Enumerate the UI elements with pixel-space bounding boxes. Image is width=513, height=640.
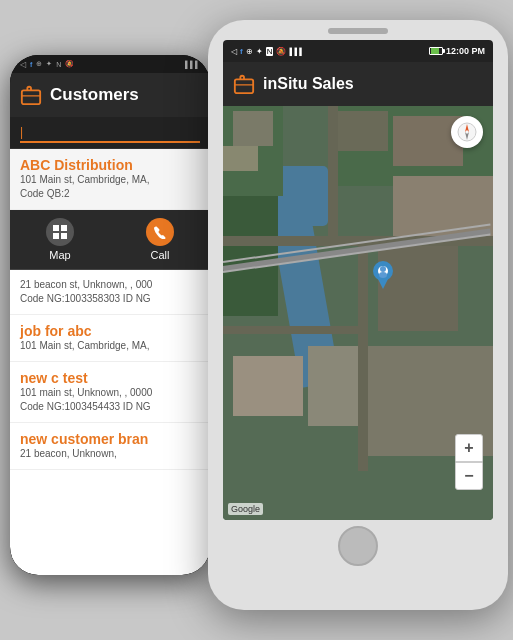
customer-address: 21 beacon, Unknown,: [20, 447, 200, 461]
svg-rect-2: [53, 225, 59, 231]
status-time: 12:00 PM: [446, 46, 485, 56]
right-app-header: inSitu Sales: [223, 62, 493, 106]
google-label: Google: [228, 503, 263, 515]
customer-address: 21 beacon st, Unknown, , 000 Code NG:100…: [20, 278, 200, 306]
right-statusbar: ◁ f ⊕ ✦ N 🔕 ▌▌▌ 12:00 PM: [223, 40, 493, 62]
right-app-title: inSitu Sales: [263, 75, 354, 93]
zoom-out-button[interactable]: −: [455, 462, 483, 490]
list-item[interactable]: 21 beacon st, Unknown, , 000 Code NG:100…: [10, 270, 210, 315]
action-bar: Map Call: [10, 210, 210, 270]
left-phone: ◁ f ⊕ ✦ N 🔕 ▌▌▌ Customers: [10, 55, 210, 575]
map-icon: [46, 218, 74, 246]
list-item[interactable]: new c test 101 main st, Unknown, , 0000 …: [10, 362, 210, 423]
right-phone: ◁ f ⊕ ✦ N 🔕 ▌▌▌ 12:00 PM: [208, 20, 508, 610]
compass-button[interactable]: [451, 116, 483, 148]
home-button[interactable]: [338, 526, 378, 566]
call-button[interactable]: Call: [110, 210, 210, 269]
status-icons-left: ◁ f ⊕ ✦ N 🔕 ▌▌▌: [231, 47, 304, 56]
map-location-pin: [373, 261, 393, 294]
svg-rect-6: [235, 79, 253, 93]
customer-name: ABC Distribution: [20, 157, 200, 173]
svg-rect-3: [61, 225, 67, 231]
battery-icon: [429, 47, 443, 55]
search-input[interactable]: [20, 123, 200, 143]
map-label: Map: [49, 249, 70, 261]
list-item[interactable]: new customer bran 21 beacon, Unknown,: [10, 423, 210, 470]
customer-address: 101 main st, Unknown, , 0000 Code NG:100…: [20, 386, 200, 414]
zoom-in-button[interactable]: +: [455, 434, 483, 462]
zoom-controls: + −: [455, 434, 483, 490]
status-right: 12:00 PM: [429, 46, 485, 56]
svg-point-11: [380, 266, 386, 272]
phone-bottom-area: [338, 520, 378, 566]
call-label: Call: [151, 249, 170, 261]
left-app-title: Customers: [50, 85, 139, 105]
left-statusbar: ◁ f ⊕ ✦ N 🔕 ▌▌▌: [10, 55, 210, 73]
customer-name: job for abc: [20, 323, 200, 339]
svg-rect-0: [22, 90, 40, 104]
svg-point-12: [379, 272, 387, 278]
briefcase-icon-right: [233, 74, 255, 94]
customer-list: ABC Distribution 101 Main st, Cambridge,…: [10, 149, 210, 575]
svg-marker-9: [377, 277, 389, 289]
customer-address: 101 Main st, Cambridge, MA,: [20, 339, 200, 353]
svg-rect-4: [53, 233, 59, 239]
speaker-top: [328, 28, 388, 34]
customer-name: new customer bran: [20, 431, 200, 447]
search-bar[interactable]: [10, 117, 210, 149]
svg-rect-5: [61, 233, 67, 239]
list-item[interactable]: job for abc 101 Main st, Cambridge, MA,: [10, 315, 210, 362]
briefcase-icon-left: [20, 85, 42, 105]
customer-address: 101 Main st, Cambridge, MA, Code QB:2: [20, 173, 200, 201]
customer-name: new c test: [20, 370, 200, 386]
map-button[interactable]: Map: [10, 210, 110, 269]
list-item[interactable]: ABC Distribution 101 Main st, Cambridge,…: [10, 149, 210, 210]
right-screen: ◁ f ⊕ ✦ N 🔕 ▌▌▌ 12:00 PM: [223, 40, 493, 520]
call-icon: [146, 218, 174, 246]
left-app-header: Customers: [10, 73, 210, 117]
map-view[interactable]: + − Google: [223, 106, 493, 520]
